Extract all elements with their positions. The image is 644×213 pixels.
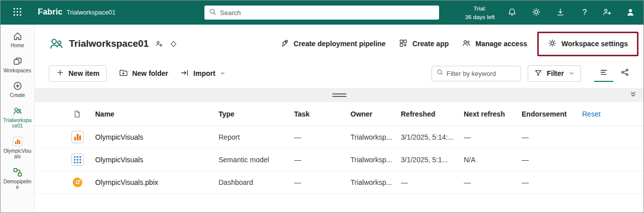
downloads-button[interactable]	[552, 6, 568, 20]
column-header-next-refresh[interactable]: Next refresh	[464, 110, 522, 118]
column-header-name[interactable]: Name	[95, 110, 219, 118]
action-label: Create deployment pipeline	[294, 40, 386, 48]
workspace-actions: Create deployment pipeline Create app Ma…	[274, 32, 638, 56]
document-icon	[73, 110, 95, 118]
table-row[interactable]: OlympicVisuals Semantic model — Trialwor…	[35, 149, 643, 171]
sidebar-item-demopipeline[interactable]: Demopipeline	[2, 167, 34, 190]
dashboard-icon	[71, 176, 84, 189]
plus-icon	[56, 69, 64, 78]
new-folder-label: New folder	[132, 69, 168, 77]
lineage-view-button[interactable]	[615, 65, 634, 82]
item-refreshed: 3/1/2025, 5:14:...	[401, 133, 464, 141]
download-icon	[556, 8, 565, 18]
annotation-highlight-box: Workspace settings	[537, 32, 638, 56]
top-bar: Fabric Trialworkspace01 Trial: 36 days l…	[1, 1, 643, 25]
column-header-endorsement[interactable]: Endorsement	[522, 110, 582, 118]
sidebar-item-label: Create	[10, 92, 25, 98]
search-icon	[437, 69, 444, 78]
report-icon	[71, 131, 84, 144]
table-row[interactable]: OlympicVisuals.pbix Dashboard — Trialwor…	[35, 171, 643, 194]
help-button[interactable]: ?	[577, 6, 593, 20]
filter-keyword-box[interactable]	[432, 66, 521, 81]
brand-logo[interactable]: Fabric	[38, 8, 62, 17]
item-task: —	[294, 156, 350, 164]
waffle-icon	[13, 8, 22, 18]
sidebar-item-label: Demopipeline	[3, 179, 32, 190]
new-item-button[interactable]: New item	[49, 65, 107, 82]
workspace-people-icon	[49, 36, 64, 51]
trial-label: Trial:	[462, 5, 498, 13]
import-label: Import	[193, 69, 216, 77]
filter-label: Filter	[547, 69, 564, 77]
account-avatar[interactable]	[623, 5, 638, 20]
new-folder-button[interactable]: New folder	[119, 68, 168, 79]
search-input[interactable]	[220, 9, 435, 17]
item-name[interactable]: OlympicVisuals	[95, 156, 219, 164]
create-deployment-pipeline-button[interactable]: Create deployment pipeline	[274, 35, 391, 53]
splitter-grip-icon[interactable]	[332, 93, 346, 97]
sidebar-item-olympicvisuals[interactable]: OlympicVisuals	[2, 137, 34, 160]
app-grid-icon	[399, 39, 408, 49]
sidebar-item-workspaces[interactable]: Workspaces	[2, 56, 34, 74]
collapse-pane-button[interactable]	[626, 90, 639, 100]
people-icon	[462, 39, 471, 49]
import-button[interactable]: Import	[180, 68, 226, 79]
page-title: Trialworkspace01	[69, 38, 149, 49]
fabric-workspace-screen: Fabric Trialworkspace01 Trial: 36 days l…	[0, 0, 644, 213]
sidebar-item-home[interactable]: Home	[2, 31, 34, 49]
filter-button[interactable]: Filter	[528, 65, 581, 82]
gear-icon	[532, 8, 541, 18]
item-next-refresh: —	[464, 178, 522, 186]
filter-keyword-input[interactable]	[447, 70, 516, 77]
double-chevron-down-icon	[629, 90, 637, 99]
diamond-icon[interactable]	[170, 40, 177, 48]
feedback-button[interactable]	[599, 6, 615, 20]
sidebar-item-label: Home	[11, 43, 24, 49]
column-header-type[interactable]: Type	[219, 110, 294, 118]
item-refreshed: —	[401, 178, 464, 186]
funnel-icon	[534, 69, 542, 78]
lineage-icon	[620, 68, 629, 78]
item-next-refresh: —	[464, 133, 522, 141]
item-type: Report	[219, 133, 294, 141]
report-icon	[13, 137, 23, 147]
item-endorsement: —	[522, 178, 582, 186]
items-table: Name Type Task Owner Refreshed Next refr…	[35, 102, 643, 212]
pane-splitter[interactable]	[35, 88, 643, 102]
sidebar-item-label: Workspaces	[4, 68, 31, 74]
column-header-refreshed[interactable]: Refreshed	[401, 110, 464, 118]
list-view-button[interactable]	[594, 65, 613, 82]
workspace-main: Trialworkspace01 Create deployment pipel…	[35, 25, 643, 212]
settings-button[interactable]	[528, 6, 544, 20]
trial-status: Trial: 36 days left	[462, 5, 498, 21]
notifications-button[interactable]	[504, 6, 520, 20]
column-header-task[interactable]: Task	[294, 110, 350, 118]
item-type: Semantic model	[219, 156, 294, 164]
manage-access-button[interactable]: Manage access	[456, 35, 533, 53]
table-row[interactable]: OlympicVisuals Report — Trialworksp... 3…	[35, 126, 643, 149]
app-launcher-button[interactable]	[10, 6, 25, 19]
item-type: Dashboard	[219, 178, 294, 186]
create-app-button[interactable]: Create app	[393, 35, 454, 53]
item-name[interactable]: OlympicVisuals.pbix	[95, 178, 219, 186]
trial-days-left: 36 days left	[462, 13, 498, 22]
item-endorsement: —	[522, 156, 582, 164]
pipeline-icon	[13, 167, 23, 177]
list-view-icon	[599, 68, 608, 78]
sidebar-item-create[interactable]: Create	[2, 81, 34, 98]
import-arrow-icon	[180, 68, 189, 79]
view-switcher	[594, 65, 634, 82]
new-item-label: New item	[68, 69, 99, 77]
action-label: Create app	[412, 40, 449, 48]
workspace-settings-button[interactable]: Workspace settings	[542, 35, 633, 53]
sidebar-item-label: OlympicVisuals	[3, 148, 32, 160]
plus-circle-icon	[13, 81, 23, 91]
person-icon	[625, 7, 635, 19]
people-gear-icon[interactable]	[155, 40, 163, 48]
item-name[interactable]: OlympicVisuals	[95, 133, 219, 141]
sidebar-item-trialworkspace01[interactable]: Trialworkspace01	[2, 106, 34, 129]
global-search-box[interactable]	[204, 6, 439, 20]
column-header-owner[interactable]: Owner	[350, 110, 401, 118]
reset-columns-link[interactable]: Reset	[582, 110, 635, 118]
workspace-people-icon	[13, 106, 23, 116]
